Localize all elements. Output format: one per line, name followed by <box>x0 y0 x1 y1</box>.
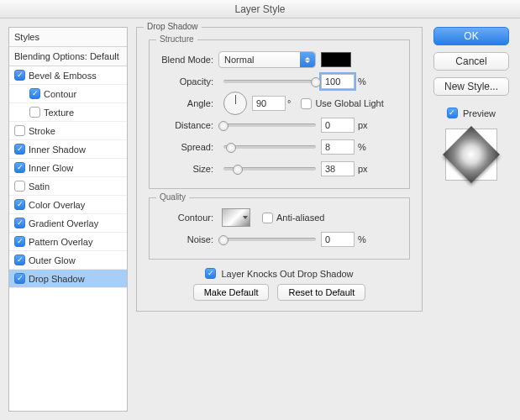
sidebar-checkbox[interactable] <box>14 273 25 284</box>
styles-sidebar: Styles Blending Options: Default Bevel &… <box>8 27 128 412</box>
sidebar-header-blending[interactable]: Blending Options: Default <box>9 47 127 66</box>
sidebar-item-outer-glow[interactable]: Outer Glow <box>9 251 127 270</box>
use-global-light-label: Use Global Light <box>315 98 383 108</box>
size-label: Size: <box>158 164 218 174</box>
noise-label: Noise: <box>158 234 218 244</box>
preview-label: Preview <box>463 108 496 118</box>
sidebar-checkbox[interactable] <box>14 125 25 136</box>
noise-unit: % <box>358 234 366 244</box>
angle-label: Angle: <box>158 98 218 108</box>
distance-unit: px <box>358 120 368 130</box>
blend-mode-value: Normal <box>224 55 254 65</box>
sidebar-item-label: Bevel & Emboss <box>29 71 97 81</box>
sidebar-item-pattern-overlay[interactable]: Pattern Overlay <box>9 233 127 251</box>
angle-input[interactable]: 90 <box>252 96 286 111</box>
sidebar-item-inner-shadow[interactable]: Inner Shadow <box>9 140 127 159</box>
sidebar-checkbox[interactable] <box>29 88 40 99</box>
sidebar-item-label: Drop Shadow <box>29 274 85 284</box>
anti-aliased-checkbox[interactable] <box>262 213 273 223</box>
use-global-light-checkbox[interactable] <box>301 98 312 109</box>
sidebar-checkbox[interactable] <box>14 199 25 210</box>
knockout-label: Layer Knocks Out Drop Shadow <box>221 269 353 279</box>
blend-mode-select[interactable]: Normal <box>218 51 316 68</box>
sidebar-header-styles[interactable]: Styles <box>9 28 127 47</box>
angle-unit: ° <box>287 98 291 108</box>
sidebar-item-drop-shadow[interactable]: Drop Shadow <box>9 270 127 288</box>
opacity-input[interactable]: 100 <box>321 74 355 89</box>
sidebar-checkbox[interactable] <box>14 255 25 265</box>
sidebar-item-label: Satin <box>29 181 50 192</box>
spread-slider[interactable] <box>223 145 316 149</box>
preview-checkbox[interactable] <box>447 108 458 118</box>
sidebar-item-color-overlay[interactable]: Color Overlay <box>9 196 127 214</box>
sidebar-checkbox[interactable] <box>14 236 25 247</box>
sidebar-item-bevel-emboss[interactable]: Bevel & Emboss <box>9 66 127 85</box>
group-title: Drop Shadow <box>144 22 202 31</box>
sidebar-checkbox[interactable] <box>29 107 40 118</box>
structure-subgroup: Structure Blend Mode: Normal Opacity: 10… <box>149 39 410 189</box>
window-title: Layer Style <box>0 0 520 18</box>
ok-button[interactable]: OK <box>433 27 509 45</box>
sidebar-checkbox[interactable] <box>14 181 25 192</box>
sidebar-item-inner-glow[interactable]: Inner Glow <box>9 159 127 177</box>
spread-label: Spread: <box>158 142 218 152</box>
sidebar-item-label: Inner Shadow <box>29 144 86 155</box>
sidebar-item-label: Inner Glow <box>29 163 73 173</box>
size-slider[interactable] <box>223 167 316 171</box>
size-unit: px <box>358 164 368 174</box>
sidebar-item-label: Contour <box>44 89 76 99</box>
blend-mode-label: Blend Mode: <box>158 55 218 65</box>
sidebar-item-label: Outer Glow <box>29 255 76 265</box>
sidebar-item-texture[interactable]: Texture <box>9 103 127 122</box>
quality-subgroup: Quality Contour: Anti-aliased Noise: 0 % <box>149 197 410 260</box>
sidebar-checkbox[interactable] <box>14 144 25 155</box>
quality-title: Quality <box>156 192 189 202</box>
cancel-button[interactable]: Cancel <box>433 52 509 71</box>
preview-thumbnail <box>443 126 500 183</box>
action-column: OK Cancel New Style... Preview <box>431 27 512 412</box>
spread-input[interactable]: 8 <box>321 139 355 155</box>
sidebar-item-label: Gradient Overlay <box>29 218 98 228</box>
preview-box <box>445 129 497 181</box>
noise-slider[interactable] <box>223 238 316 241</box>
make-default-button[interactable]: Make Default <box>193 284 270 301</box>
opacity-label: Opacity: <box>158 76 218 87</box>
reset-default-button[interactable]: Reset to Default <box>277 284 365 301</box>
sidebar-item-satin[interactable]: Satin <box>9 177 127 196</box>
size-input[interactable]: 38 <box>321 161 355 176</box>
contour-label: Contour: <box>158 213 218 223</box>
distance-label: Distance: <box>158 120 218 130</box>
sidebar-item-label: Pattern Overlay <box>29 237 92 247</box>
noise-input[interactable]: 0 <box>321 232 355 247</box>
sidebar-item-label: Texture <box>44 108 74 118</box>
select-arrows-icon <box>300 52 315 67</box>
distance-slider[interactable] <box>223 123 316 127</box>
new-style-button[interactable]: New Style... <box>433 77 509 96</box>
spread-unit: % <box>358 142 366 152</box>
distance-input[interactable]: 0 <box>321 118 355 133</box>
sidebar-checkbox[interactable] <box>14 162 25 173</box>
sidebar-item-gradient-overlay[interactable]: Gradient Overlay <box>9 214 127 233</box>
sidebar-checkbox[interactable] <box>14 218 25 228</box>
angle-dial[interactable] <box>223 92 247 115</box>
anti-aliased-label: Anti-aliased <box>276 213 324 223</box>
sidebar-item-stroke[interactable]: Stroke <box>9 122 127 140</box>
structure-title: Structure <box>156 34 197 44</box>
contour-picker[interactable] <box>222 208 250 227</box>
opacity-slider[interactable] <box>223 80 316 83</box>
sidebar-item-label: Stroke <box>29 126 55 136</box>
shadow-color-swatch[interactable] <box>321 52 351 67</box>
sidebar-item-label: Color Overlay <box>29 200 85 210</box>
drop-shadow-group: Drop Shadow Structure Blend Mode: Normal… <box>136 27 423 312</box>
opacity-unit: % <box>358 76 366 87</box>
sidebar-checkbox[interactable] <box>14 70 25 81</box>
sidebar-item-contour[interactable]: Contour <box>9 85 127 103</box>
knockout-checkbox[interactable] <box>205 268 216 279</box>
